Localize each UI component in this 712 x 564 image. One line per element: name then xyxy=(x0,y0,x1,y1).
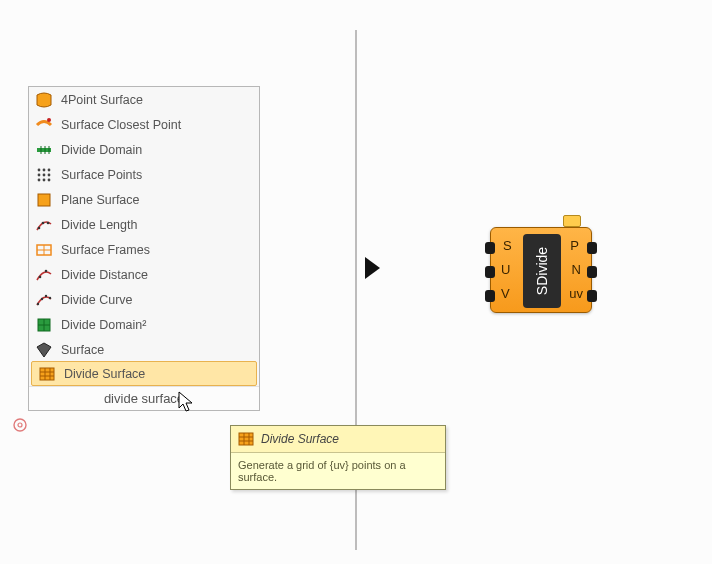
svg-point-9 xyxy=(48,168,51,171)
svg-point-28 xyxy=(49,296,51,298)
svg-point-1 xyxy=(18,423,22,427)
menu-item-4point-surface[interactable]: 4Point Surface xyxy=(29,87,259,112)
surface-points-icon xyxy=(35,166,53,184)
menu-item-label: Divide Curve xyxy=(61,293,133,307)
menu-item-label: Divide Domain xyxy=(61,143,142,157)
output-grip[interactable] xyxy=(587,242,597,254)
menu-item-label: Divide Surface xyxy=(64,367,145,381)
menu-item-divide-curve[interactable]: Divide Curve xyxy=(29,287,259,312)
input-grip[interactable] xyxy=(485,290,495,302)
input-port-label: S xyxy=(503,238,512,253)
menu-item-surface-closest-point[interactable]: Surface Closest Point xyxy=(29,112,259,137)
tooltip-title: Divide Surface xyxy=(261,432,339,446)
menu-item-divide-distance[interactable]: Divide Distance xyxy=(29,262,259,287)
output-port-label: N xyxy=(572,262,581,277)
divide-distance-icon xyxy=(35,266,53,284)
surface-frames-icon xyxy=(35,241,53,259)
divide-surface-icon xyxy=(237,430,255,448)
menu-item-divide-surface[interactable]: Divide Surface xyxy=(31,361,257,386)
input-port-label: V xyxy=(501,286,510,301)
menu-item-label: Surface Closest Point xyxy=(61,118,181,132)
search-text-display[interactable]: divide surface xyxy=(29,386,259,410)
component-sdivide[interactable]: S U V P N uv SDivide xyxy=(490,227,592,313)
menu-item-label: Surface Points xyxy=(61,168,142,182)
target-crosshair-icon xyxy=(12,417,28,433)
svg-point-25 xyxy=(37,302,39,304)
svg-point-14 xyxy=(43,178,46,181)
component-search-menu[interactable]: 4Point Surface Surface Closest Point Div… xyxy=(28,86,260,411)
menu-item-divide-length[interactable]: Divide Length xyxy=(29,212,259,237)
menu-item-label: 4Point Surface xyxy=(61,93,143,107)
menu-item-divide-domain2[interactable]: Divide Domain² xyxy=(29,312,259,337)
component-core: SDivide xyxy=(523,234,561,308)
menu-item-label: Divide Length xyxy=(61,218,137,232)
svg-point-24 xyxy=(45,269,48,272)
output-port-label: uv xyxy=(569,286,583,301)
warning-flag-icon xyxy=(563,215,581,227)
menu-item-plane-surface[interactable]: Plane Surface xyxy=(29,187,259,212)
svg-point-27 xyxy=(45,294,47,296)
svg-point-17 xyxy=(38,226,41,229)
output-port-label: P xyxy=(570,238,579,253)
divide-domain2-icon xyxy=(35,316,53,334)
svg-point-10 xyxy=(38,173,41,176)
svg-point-18 xyxy=(42,221,45,224)
svg-point-19 xyxy=(47,221,50,224)
output-grip[interactable] xyxy=(587,290,597,302)
input-port-label: U xyxy=(501,262,510,277)
divide-domain-icon xyxy=(35,141,53,159)
tooltip-header: Divide Surface xyxy=(231,426,445,453)
input-grip[interactable] xyxy=(485,266,495,278)
svg-point-2 xyxy=(47,118,51,122)
component-name-label: SDivide xyxy=(534,247,550,295)
menu-item-label: Divide Distance xyxy=(61,268,148,282)
arrow-marker-icon xyxy=(365,257,380,279)
svg-point-12 xyxy=(48,173,51,176)
svg-point-23 xyxy=(39,275,42,278)
svg-point-13 xyxy=(38,178,41,181)
tooltip-body: Generate a grid of {uv} points on a surf… xyxy=(231,453,445,489)
menu-item-label: Surface xyxy=(61,343,104,357)
svg-point-7 xyxy=(38,168,41,171)
tooltip: Divide Surface Generate a grid of {uv} p… xyxy=(230,425,446,490)
menu-item-divide-domain[interactable]: Divide Domain xyxy=(29,137,259,162)
menu-item-label: Divide Domain² xyxy=(61,318,146,332)
svg-point-15 xyxy=(48,178,51,181)
svg-rect-32 xyxy=(40,368,54,380)
output-grip[interactable] xyxy=(587,266,597,278)
svg-point-0 xyxy=(14,419,26,431)
svg-point-11 xyxy=(43,173,46,176)
menu-item-label: Plane Surface xyxy=(61,193,140,207)
surface-closest-point-icon xyxy=(35,116,53,134)
svg-rect-16 xyxy=(38,194,50,206)
menu-item-surface[interactable]: Surface xyxy=(29,337,259,362)
menu-item-surface-frames[interactable]: Surface Frames xyxy=(29,237,259,262)
svg-point-8 xyxy=(43,168,46,171)
surface-param-icon xyxy=(35,341,53,359)
input-grip[interactable] xyxy=(485,242,495,254)
menu-item-label: Surface Frames xyxy=(61,243,150,257)
divide-curve-icon xyxy=(35,291,53,309)
surface-patch-icon xyxy=(35,91,53,109)
svg-point-26 xyxy=(41,297,43,299)
divide-length-icon xyxy=(35,216,53,234)
plane-surface-icon xyxy=(35,191,53,209)
divide-surface-icon xyxy=(38,365,56,383)
menu-item-surface-points[interactable]: Surface Points xyxy=(29,162,259,187)
svg-rect-37 xyxy=(239,433,253,445)
